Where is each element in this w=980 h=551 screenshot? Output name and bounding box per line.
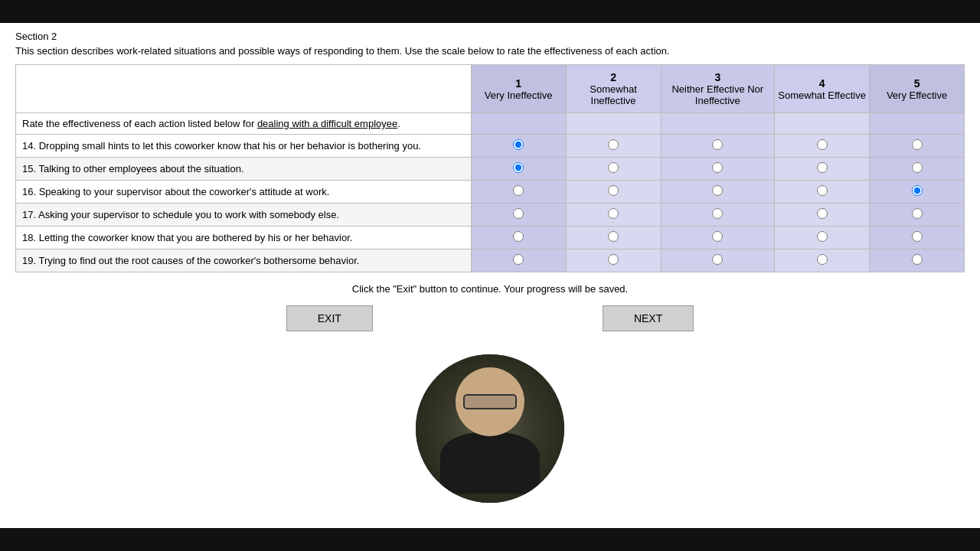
survey-table: 1 Very Ineffective 2 Somewhat Ineffectiv… — [15, 64, 965, 272]
radio-4-3[interactable] — [712, 208, 723, 219]
col-5-blank — [870, 113, 965, 135]
col-header-3: 3 Neither Effective Nor Ineffective — [661, 65, 775, 113]
radio-cell-1-1[interactable] — [471, 135, 566, 158]
col-1-blank — [471, 113, 566, 135]
instruction-cell: Rate the effectiveness of each action li… — [16, 113, 472, 135]
radio-3-4[interactable] — [817, 185, 828, 196]
radio-3-1[interactable] — [513, 185, 524, 196]
instruction-end: . — [397, 118, 400, 129]
radio-2-1[interactable] — [513, 162, 524, 173]
radio-5-2[interactable] — [608, 231, 619, 242]
question-cell: 18. Letting the coworker know that you a… — [16, 227, 472, 249]
radio-3-3[interactable] — [712, 185, 723, 196]
person-silhouette — [429, 360, 551, 497]
top-bar — [0, 0, 980, 23]
radio-cell-4-2[interactable] — [566, 204, 661, 227]
radio-cell-3-4[interactable] — [775, 181, 870, 204]
radio-5-4[interactable] — [817, 231, 828, 242]
section-title: Section 2 — [15, 31, 965, 42]
section-description: This section describes work-related situ… — [15, 45, 965, 57]
radio-2-3[interactable] — [712, 162, 723, 173]
radio-cell-5-5[interactable] — [870, 227, 965, 249]
radio-2-2[interactable] — [608, 162, 619, 173]
radio-cell-6-4[interactable] — [775, 249, 870, 272]
radio-cell-4-5[interactable] — [870, 204, 965, 227]
radio-cell-3-2[interactable] — [566, 181, 661, 204]
col-header-1: 1 Very Ineffective — [471, 65, 566, 113]
radio-cell-5-4[interactable] — [775, 227, 870, 249]
radio-cell-2-4[interactable] — [775, 158, 870, 181]
radio-5-5[interactable] — [912, 231, 923, 242]
radio-cell-4-3[interactable] — [661, 204, 775, 227]
exit-button[interactable]: EXIT — [286, 305, 373, 331]
next-button[interactable]: NEXT — [603, 305, 694, 331]
radio-6-2[interactable] — [608, 254, 619, 265]
radio-cell-3-1[interactable] — [471, 181, 566, 204]
person-glasses — [463, 394, 517, 409]
question-cell: 14. Dropping small hints to let this cow… — [16, 135, 472, 158]
col-3-label: Neither Effective Nor Ineffective — [671, 83, 763, 106]
table-row: 19. Trying to find out the root causes o… — [16, 249, 965, 272]
col-3-blank — [661, 113, 775, 135]
radio-6-1[interactable] — [513, 254, 524, 265]
radio-cell-2-2[interactable] — [566, 158, 661, 181]
radio-6-4[interactable] — [817, 254, 828, 265]
radio-cell-1-2[interactable] — [566, 135, 661, 158]
radio-5-3[interactable] — [712, 231, 723, 242]
radio-cell-6-1[interactable] — [471, 249, 566, 272]
radio-cell-4-4[interactable] — [775, 204, 870, 227]
radio-4-4[interactable] — [817, 208, 828, 219]
radio-cell-3-5[interactable] — [870, 181, 965, 204]
table-row: 17. Asking your supervisor to schedule y… — [16, 204, 965, 227]
radio-cell-5-3[interactable] — [661, 227, 775, 249]
col-2-label: Somewhat Ineffective — [590, 83, 636, 106]
webcam-person — [416, 354, 564, 503]
radio-1-3[interactable] — [712, 139, 723, 150]
radio-cell-5-1[interactable] — [471, 227, 566, 249]
radio-cell-2-3[interactable] — [661, 158, 775, 181]
col-4-label: Somewhat Effective — [778, 90, 866, 101]
col-header-2: 2 Somewhat Ineffective — [566, 65, 661, 113]
radio-cell-2-1[interactable] — [471, 158, 566, 181]
radio-1-1[interactable] — [513, 139, 524, 150]
radio-6-3[interactable] — [712, 254, 723, 265]
radio-4-2[interactable] — [608, 208, 619, 219]
person-head — [456, 367, 524, 436]
radio-1-5[interactable] — [912, 139, 923, 150]
radio-cell-1-5[interactable] — [870, 135, 965, 158]
col-4-blank — [775, 113, 870, 135]
radio-cell-1-3[interactable] — [661, 135, 775, 158]
radio-6-5[interactable] — [912, 254, 923, 265]
question-cell: 16. Speaking to your supervisor about th… — [16, 181, 472, 204]
radio-1-4[interactable] — [817, 139, 828, 150]
bottom-bar — [0, 528, 980, 551]
col-1-label: Very Ineffective — [485, 90, 553, 101]
col-5-label: Very Effective — [887, 90, 947, 101]
col-4-num: 4 — [778, 77, 866, 90]
radio-cell-1-4[interactable] — [775, 135, 870, 158]
radio-4-5[interactable] — [912, 208, 923, 219]
question-cell: 17. Asking your supervisor to schedule y… — [16, 204, 472, 227]
col-2-blank — [566, 113, 661, 135]
radio-5-1[interactable] — [513, 231, 524, 242]
radio-3-5[interactable] — [912, 185, 923, 196]
radio-1-2[interactable] — [608, 139, 619, 150]
radio-cell-6-2[interactable] — [566, 249, 661, 272]
person-body — [440, 432, 540, 494]
radio-cell-4-1[interactable] — [471, 204, 566, 227]
radio-2-4[interactable] — [817, 162, 828, 173]
radio-cell-2-5[interactable] — [870, 158, 965, 181]
table-row: 15. Talking to other employees about the… — [16, 158, 965, 181]
radio-cell-3-3[interactable] — [661, 181, 775, 204]
radio-cell-5-2[interactable] — [566, 227, 661, 249]
question-header — [16, 65, 472, 113]
table-row: 16. Speaking to your supervisor about th… — [16, 181, 965, 204]
question-cell: 19. Trying to find out the root causes o… — [16, 249, 472, 272]
radio-2-5[interactable] — [912, 162, 923, 173]
radio-4-1[interactable] — [513, 208, 524, 219]
question-cell: 15. Talking to other employees about the… — [16, 158, 472, 181]
radio-cell-6-5[interactable] — [870, 249, 965, 272]
radio-3-2[interactable] — [608, 185, 619, 196]
buttons-area: EXIT NEXT — [15, 305, 965, 331]
radio-cell-6-3[interactable] — [661, 249, 775, 272]
